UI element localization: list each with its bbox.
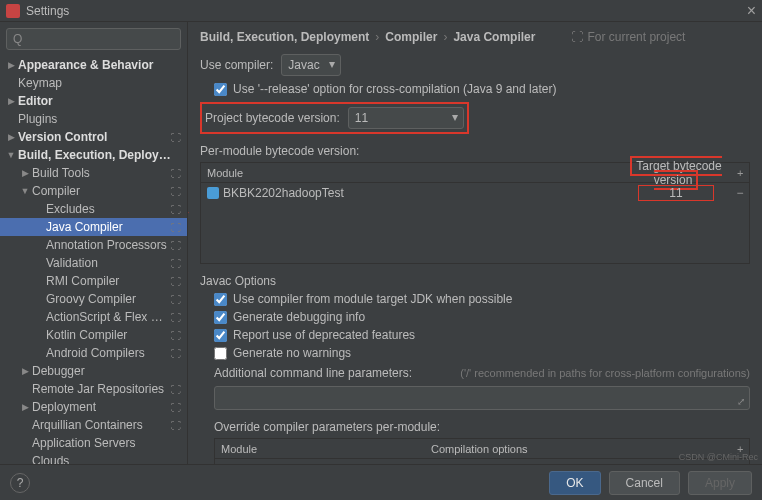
tree-item[interactable]: Appearance & Behavior xyxy=(0,56,187,74)
project-scope-icon: ⛶ xyxy=(171,222,181,233)
tree-item[interactable]: Clouds xyxy=(0,452,187,464)
tree-item[interactable]: Groovy Compiler⛶ xyxy=(0,290,187,308)
use-compiler-select[interactable]: Javac xyxy=(281,54,341,76)
project-scope-icon: ⛶ xyxy=(171,420,181,431)
project-scope-icon: ⛶ xyxy=(171,276,181,287)
tree-item[interactable]: Remote Jar Repositories⛶ xyxy=(0,380,187,398)
override-table: Module Compilation options + Additional … xyxy=(214,438,750,464)
tree-item[interactable]: RMI Compiler⛶ xyxy=(0,272,187,290)
tree-item[interactable]: Plugins xyxy=(0,110,187,128)
project-scope-icon: ⛶ xyxy=(171,402,181,413)
apply-button[interactable]: Apply xyxy=(688,471,752,495)
use-compiler-label: Use compiler: xyxy=(200,58,273,72)
watermark: CSDN @CMini-Rec xyxy=(679,452,758,462)
project-scope-icon: ⛶ xyxy=(171,168,181,179)
breadcrumb: Build, Execution, Deployment › Compiler … xyxy=(200,30,750,44)
tree-item[interactable]: Deployment⛶ xyxy=(0,398,187,416)
tree-item[interactable]: Kotlin Compiler⛶ xyxy=(0,326,187,344)
close-icon[interactable]: × xyxy=(747,2,756,20)
tree-item[interactable]: Compiler⛶ xyxy=(0,182,187,200)
search-icon: Q xyxy=(13,32,22,46)
chevron-right-icon: › xyxy=(375,30,379,44)
project-scope-icon: ⛶ xyxy=(171,240,181,251)
search-input[interactable]: Q xyxy=(6,28,181,50)
remove-row-icon[interactable]: − xyxy=(731,186,749,200)
project-bytecode-label: Project bytecode version: xyxy=(205,111,340,125)
opt-no-warnings[interactable] xyxy=(214,347,227,360)
project-scope-icon: ⛶ xyxy=(171,204,181,215)
tree-item[interactable]: Java Compiler⛶ xyxy=(0,218,187,236)
tree-item[interactable]: Editor xyxy=(0,92,187,110)
add-row-icon[interactable]: + xyxy=(731,167,749,179)
project-scope-icon: ⛶ xyxy=(171,186,181,197)
module-icon xyxy=(207,187,219,199)
cancel-button[interactable]: Cancel xyxy=(609,471,680,495)
tree-item[interactable]: Arquillian Containers⛶ xyxy=(0,416,187,434)
tree-item[interactable]: Debugger xyxy=(0,362,187,380)
tree-item[interactable]: Version Control⛶ xyxy=(0,128,187,146)
project-scope-icon: ⛶ xyxy=(171,330,181,341)
table-row[interactable]: BKBK2202hadoopTest 11 − xyxy=(201,183,749,203)
release-option-checkbox[interactable] xyxy=(214,83,227,96)
tree-item[interactable]: Build, Execution, Deployment xyxy=(0,146,187,164)
window-title: Settings xyxy=(26,4,69,18)
opt-debug-info[interactable] xyxy=(214,311,227,324)
ok-button[interactable]: OK xyxy=(549,471,600,495)
project-scope-icon: ⛶ xyxy=(171,312,181,323)
per-module-table: Module Target bytecode version + BKBK220… xyxy=(200,162,750,264)
project-scope-icon: ⛶ xyxy=(171,294,181,305)
tree-item[interactable]: Excludes⛶ xyxy=(0,200,187,218)
expand-icon[interactable]: ⤢ xyxy=(737,396,745,407)
opt-use-target-jdk[interactable] xyxy=(214,293,227,306)
project-bytecode-select[interactable]: 11 xyxy=(348,107,464,129)
tree-item[interactable]: Application Servers xyxy=(0,434,187,452)
chevron-right-icon: › xyxy=(443,30,447,44)
settings-tree: Appearance & BehaviorKeymapEditorPlugins… xyxy=(0,56,187,464)
tree-item[interactable]: ActionScript & Flex Compiler⛶ xyxy=(0,308,187,326)
tree-item[interactable]: Keymap xyxy=(0,74,187,92)
cmdline-params-input[interactable]: ⤢ xyxy=(214,386,750,410)
project-scope-icon: ⛶ xyxy=(571,30,583,44)
opt-deprecated[interactable] xyxy=(214,329,227,342)
project-scope-icon: ⛶ xyxy=(171,258,181,269)
project-scope-icon: ⛶ xyxy=(171,384,181,395)
project-scope-icon: ⛶ xyxy=(171,348,181,359)
tree-item[interactable]: Android Compilers⛶ xyxy=(0,344,187,362)
tree-item[interactable]: Build Tools⛶ xyxy=(0,164,187,182)
help-button[interactable]: ? xyxy=(10,473,30,493)
project-scope-icon: ⛶ xyxy=(171,132,181,143)
app-icon xyxy=(6,4,20,18)
tree-item[interactable]: Annotation Processors⛶ xyxy=(0,236,187,254)
tree-item[interactable]: Validation⛶ xyxy=(0,254,187,272)
